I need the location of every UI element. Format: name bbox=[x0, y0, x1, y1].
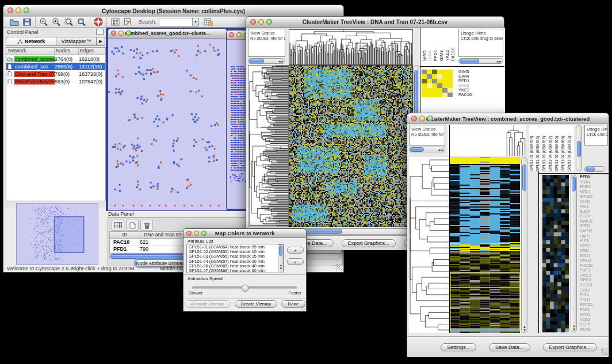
minimize-button[interactable] bbox=[194, 231, 199, 236]
tv1-hints-scrollbar[interactable]: ◂ ▸ bbox=[458, 58, 503, 64]
matrix-cell[interactable] bbox=[437, 79, 442, 83]
list-item[interactable]: RPO21 bbox=[580, 302, 609, 308]
list-item[interactable]: MON2 bbox=[580, 327, 609, 332]
list-item[interactable]: GPL51-01 (GSM854) heat shock 05 min bbox=[189, 245, 284, 250]
attribute-listbox[interactable]: GPL51-01 (GSM854) heat shock 05 minGPL51… bbox=[186, 244, 284, 273]
search-input[interactable] bbox=[159, 18, 192, 25]
float-panel-icon[interactable] bbox=[96, 29, 104, 35]
list-item[interactable]: GPL51-02 (GSM855) heat shock 10 min bbox=[189, 250, 284, 254]
list-item[interactable]: GPL51-04 (GSM857) heat shock 20 min bbox=[189, 259, 284, 264]
list-item[interactable]: PAN1 bbox=[580, 308, 609, 313]
close-button[interactable] bbox=[186, 231, 192, 236]
matrix-cell[interactable] bbox=[427, 83, 432, 88]
list-item[interactable]: ELG1 bbox=[580, 214, 609, 219]
network-tree-row[interactable]: DNA and Tran 07769(0)183728(0) bbox=[6, 70, 105, 78]
attribute-rows[interactable]: GPL51-01 (GSM854) heat shock 05 minGPL51… bbox=[187, 244, 284, 273]
matrix-cell[interactable] bbox=[442, 70, 447, 74]
zoom-button[interactable] bbox=[427, 116, 433, 121]
list-item[interactable]: KAP95 bbox=[580, 229, 609, 234]
matrix-cell[interactable] bbox=[442, 93, 447, 97]
list-item[interactable]: MSL1 bbox=[580, 190, 609, 195]
matrix-cell[interactable] bbox=[437, 70, 442, 74]
birdseye-canvas[interactable] bbox=[17, 204, 97, 263]
zoom-selected-icon[interactable] bbox=[75, 17, 88, 28]
matrix-cell[interactable] bbox=[437, 88, 442, 93]
slider-thumb[interactable] bbox=[242, 285, 248, 292]
list-item[interactable]: PEP5 bbox=[580, 322, 609, 327]
list-item[interactable]: VIP1 bbox=[580, 239, 609, 244]
tab-vizmapper[interactable]: VizMapper™ bbox=[56, 37, 97, 46]
list-item[interactable]: RPN1 bbox=[580, 312, 609, 317]
close-button[interactable] bbox=[7, 7, 13, 13]
export-graphics-button[interactable]: Export Graphics... bbox=[342, 239, 396, 247]
tv1-column-dendrogram[interactable] bbox=[289, 29, 413, 65]
birdseye-panel[interactable] bbox=[16, 203, 98, 265]
network-tree-row[interactable]: RNAPuberNov2+|563(0)107847(0) bbox=[6, 78, 105, 85]
close-button[interactable] bbox=[229, 32, 234, 37]
save-icon[interactable] bbox=[21, 17, 33, 28]
zoom-out-icon[interactable] bbox=[37, 17, 50, 28]
col-header-edges[interactable]: Edges bbox=[79, 48, 105, 55]
animation-speed-slider[interactable] bbox=[192, 286, 297, 289]
matrix-cell[interactable] bbox=[437, 74, 442, 79]
search-combobox[interactable]: ▼ bbox=[159, 18, 199, 26]
save-data-button[interactable]: Save Data... bbox=[489, 343, 530, 351]
matrix-cell[interactable] bbox=[442, 79, 447, 83]
list-item[interactable]: CPA2 bbox=[580, 288, 609, 293]
list-item[interactable]: PUF3 bbox=[580, 268, 609, 273]
list-item[interactable]: YSH1 bbox=[580, 298, 609, 303]
matrix-cell[interactable] bbox=[422, 70, 427, 74]
animate-vizmap-button[interactable]: Animate Vizmap bbox=[185, 300, 231, 308]
col-header-nodes[interactable]: Nodes bbox=[55, 48, 79, 55]
tv1-heatmap[interactable] bbox=[289, 65, 413, 227]
list-item[interactable]: FIG4 bbox=[580, 293, 609, 298]
tv2-labels-scrollbar[interactable] bbox=[576, 125, 582, 171]
window-controls[interactable] bbox=[7, 7, 29, 13]
matrix-cell[interactable] bbox=[447, 70, 453, 74]
dialog-titlebar[interactable]: Map Colors to Network bbox=[183, 229, 306, 238]
list-item[interactable]: YRA1 bbox=[580, 180, 609, 185]
matrix-cell[interactable] bbox=[442, 88, 447, 93]
open-folder-icon[interactable] bbox=[8, 17, 21, 28]
new-attribute-icon[interactable] bbox=[126, 220, 139, 231]
tv2-sub-vscrollbar[interactable]: ▲▼ bbox=[571, 175, 577, 332]
minimize-button[interactable] bbox=[236, 32, 242, 37]
matrix-cell[interactable] bbox=[427, 93, 432, 97]
zoom-button[interactable] bbox=[201, 231, 206, 236]
resize-grip[interactable] bbox=[335, 264, 342, 270]
dp-col-id[interactable]: ID bbox=[110, 232, 140, 238]
matrix-cell[interactable] bbox=[432, 83, 437, 88]
minimize-button[interactable] bbox=[419, 116, 425, 121]
matrix-cell[interactable] bbox=[427, 79, 432, 83]
list-item[interactable]: BUD4 bbox=[580, 209, 609, 214]
move-up-button[interactable]: ∧ bbox=[287, 247, 304, 254]
matrix-cell[interactable] bbox=[447, 83, 453, 88]
move-down-button[interactable]: ∨ bbox=[287, 258, 304, 265]
matrix-cell[interactable] bbox=[437, 93, 442, 97]
network-tree-row[interactable]: combined_scores2764(0)16218(0) bbox=[6, 55, 105, 63]
matrix-cell[interactable] bbox=[442, 74, 447, 79]
tv2-heatmap[interactable] bbox=[450, 157, 520, 333]
list-item[interactable]: RNR4 bbox=[580, 185, 609, 190]
export-graphics-button[interactable]: Export Graphics... bbox=[543, 343, 597, 351]
delete-attribute-icon[interactable] bbox=[140, 220, 153, 231]
minimize-button[interactable] bbox=[118, 30, 124, 36]
list-item[interactable]: GPL51-07 (GSM868) heat shock 60 min bbox=[189, 269, 284, 273]
tab-network[interactable]: Network bbox=[6, 37, 56, 46]
col-header-network[interactable]: Network bbox=[6, 48, 55, 55]
matrix-cell[interactable] bbox=[427, 88, 432, 93]
matrix-cell[interactable] bbox=[447, 93, 453, 97]
vizmapper-icon[interactable] bbox=[109, 17, 121, 28]
zoom-button[interactable] bbox=[266, 19, 272, 25]
network-graph-canvas[interactable] bbox=[108, 39, 225, 210]
list-item[interactable]: NIS1 bbox=[580, 204, 609, 209]
list-item[interactable]: SEC24 bbox=[580, 283, 609, 288]
matrix-cell[interactable] bbox=[422, 74, 427, 79]
tv1-similarity-matrix[interactable] bbox=[422, 70, 453, 97]
resize-grip[interactable] bbox=[301, 306, 305, 311]
matrix-cell[interactable] bbox=[427, 74, 432, 79]
minimize-button[interactable] bbox=[258, 19, 264, 25]
matrix-cell[interactable] bbox=[432, 79, 437, 83]
list-item[interactable]: GPL51-06 (GSM865) heat shock 40 min bbox=[189, 264, 284, 269]
close-button[interactable] bbox=[411, 116, 417, 121]
